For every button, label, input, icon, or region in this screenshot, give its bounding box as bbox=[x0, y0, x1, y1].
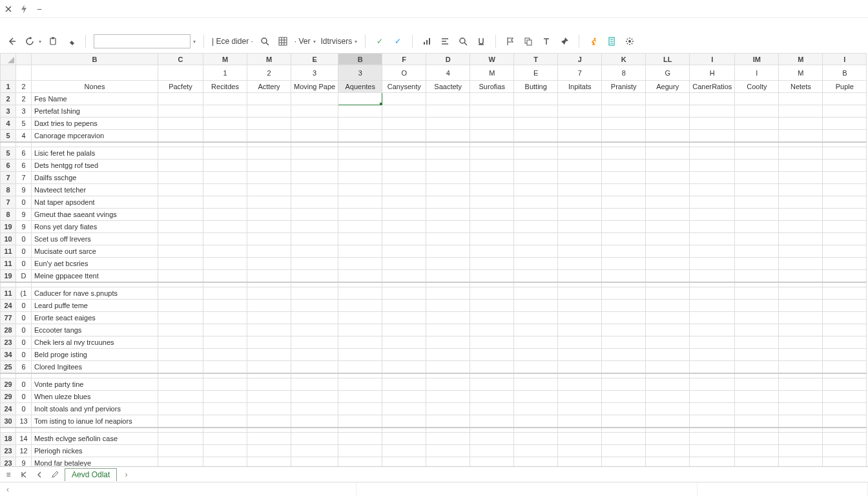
cell[interactable] bbox=[646, 118, 690, 130]
cell[interactable] bbox=[247, 312, 291, 324]
cell[interactable] bbox=[291, 184, 338, 196]
cell[interactable] bbox=[382, 172, 426, 184]
cell[interactable] bbox=[338, 287, 382, 300]
cell[interactable] bbox=[514, 130, 558, 142]
cell[interactable] bbox=[602, 349, 646, 361]
cell[interactable] bbox=[291, 196, 338, 209]
cell[interactable] bbox=[514, 349, 558, 361]
cell[interactable] bbox=[247, 457, 291, 467]
row-header[interactable]: 7 bbox=[1, 172, 16, 184]
cell[interactable] bbox=[646, 196, 690, 209]
cell[interactable] bbox=[382, 184, 426, 196]
row-header[interactable]: 23 bbox=[1, 336, 16, 349]
cell[interactable] bbox=[602, 233, 646, 245]
cell[interactable] bbox=[779, 324, 823, 336]
cell[interactable] bbox=[426, 93, 470, 105]
column-title-cell[interactable]: Canysenty bbox=[382, 81, 426, 93]
cell[interactable] bbox=[558, 93, 602, 105]
row-header[interactable]: 30 bbox=[1, 415, 16, 428]
copy-icon[interactable] bbox=[522, 35, 535, 48]
cell[interactable] bbox=[247, 391, 291, 403]
cell[interactable] bbox=[558, 300, 602, 312]
cell[interactable] bbox=[338, 361, 382, 373]
cell[interactable] bbox=[158, 118, 203, 130]
cell[interactable] bbox=[558, 433, 602, 445]
cell[interactable] bbox=[470, 349, 514, 361]
cell[interactable] bbox=[558, 130, 602, 142]
column-header[interactable]: B bbox=[32, 54, 158, 65]
cell[interactable]: O bbox=[382, 65, 426, 81]
cell[interactable]: Caducer for nave s.pnupts bbox=[32, 287, 158, 300]
row-header[interactable]: 11 bbox=[1, 287, 16, 300]
row-header[interactable]: 6 bbox=[1, 160, 16, 172]
cell[interactable] bbox=[690, 391, 735, 403]
cell[interactable] bbox=[338, 457, 382, 467]
cell[interactable] bbox=[426, 457, 470, 467]
cell[interactable] bbox=[514, 184, 558, 196]
cell[interactable] bbox=[203, 287, 247, 300]
cell[interactable] bbox=[247, 287, 291, 300]
cell[interactable] bbox=[338, 209, 382, 221]
cell[interactable] bbox=[16, 65, 32, 81]
column-title-cell[interactable]: Surofias bbox=[470, 81, 514, 93]
cell[interactable] bbox=[470, 245, 514, 258]
column-title-cell[interactable]: Recitdes bbox=[203, 81, 247, 93]
cell[interactable]: 0 bbox=[16, 258, 32, 270]
cell[interactable] bbox=[470, 270, 514, 282]
cell[interactable] bbox=[735, 445, 779, 457]
cell[interactable] bbox=[646, 184, 690, 196]
cell[interactable]: 2 bbox=[16, 81, 32, 93]
cell[interactable] bbox=[382, 287, 426, 300]
cell[interactable] bbox=[558, 361, 602, 373]
cell[interactable]: Eccooter tangs bbox=[32, 324, 158, 336]
cell[interactable] bbox=[779, 209, 823, 221]
cell[interactable] bbox=[158, 160, 203, 172]
column-title-cell[interactable]: CanerRatios bbox=[690, 81, 735, 93]
cell[interactable] bbox=[291, 403, 338, 415]
cell[interactable] bbox=[158, 184, 203, 196]
cell[interactable] bbox=[382, 445, 426, 457]
cell[interactable]: Daxt tries to pepens bbox=[32, 118, 158, 130]
cell[interactable]: 2 bbox=[16, 93, 32, 105]
cell[interactable] bbox=[735, 391, 779, 403]
cell[interactable]: Scet us off lrevers bbox=[32, 233, 158, 245]
column-title-cell[interactable]: Aegury bbox=[646, 81, 690, 93]
cell[interactable] bbox=[646, 270, 690, 282]
cell[interactable] bbox=[690, 457, 735, 467]
row-header[interactable]: 34 bbox=[1, 349, 16, 361]
cell[interactable] bbox=[291, 457, 338, 467]
cell[interactable]: 7 bbox=[558, 65, 602, 81]
cell[interactable] bbox=[514, 287, 558, 300]
cell[interactable] bbox=[338, 105, 382, 118]
cell[interactable]: M bbox=[470, 65, 514, 81]
row-header[interactable]: 5 bbox=[1, 147, 16, 160]
cell[interactable] bbox=[646, 172, 690, 184]
tabs-prev-icon[interactable] bbox=[34, 469, 45, 480]
cell[interactable] bbox=[382, 93, 426, 105]
cell[interactable] bbox=[558, 196, 602, 209]
cell[interactable] bbox=[735, 378, 779, 391]
cell[interactable] bbox=[291, 209, 338, 221]
cell[interactable] bbox=[735, 221, 779, 233]
cell[interactable]: 0 bbox=[16, 336, 32, 349]
cell[interactable] bbox=[203, 324, 247, 336]
cell[interactable] bbox=[470, 184, 514, 196]
cell[interactable] bbox=[203, 403, 247, 415]
cell[interactable] bbox=[426, 209, 470, 221]
cell[interactable] bbox=[690, 258, 735, 270]
cell[interactable]: 4 bbox=[16, 130, 32, 142]
cell[interactable] bbox=[158, 403, 203, 415]
cell[interactable] bbox=[735, 324, 779, 336]
cell[interactable] bbox=[646, 336, 690, 349]
cell[interactable] bbox=[382, 457, 426, 467]
cell[interactable] bbox=[602, 93, 646, 105]
cell[interactable] bbox=[823, 361, 867, 373]
cell[interactable] bbox=[558, 287, 602, 300]
cell[interactable] bbox=[558, 147, 602, 160]
cell[interactable] bbox=[735, 209, 779, 221]
cell[interactable] bbox=[291, 312, 338, 324]
cell[interactable] bbox=[646, 233, 690, 245]
cell[interactable] bbox=[470, 324, 514, 336]
cell[interactable] bbox=[735, 433, 779, 445]
row-header[interactable]: 7 bbox=[1, 196, 16, 209]
